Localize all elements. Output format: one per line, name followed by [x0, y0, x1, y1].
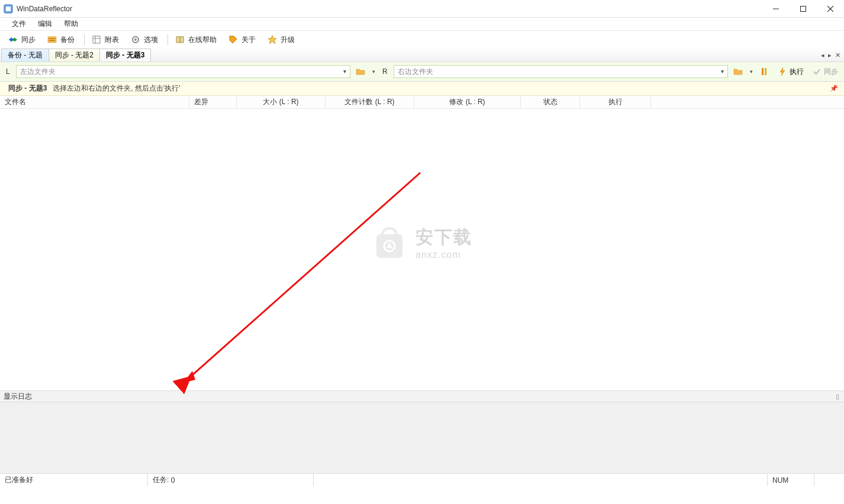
pin-icon[interactable]: 📌: [830, 85, 838, 92]
path-row: L 左边文件夹 ▾ ▾ R 右边文件夹 ▾ ▾ 执行 同步: [0, 62, 844, 82]
col-modified[interactable]: 修改 (L : R): [414, 96, 521, 108]
toolbar-options[interactable]: 选项: [128, 34, 160, 46]
sync-button[interactable]: 同步: [810, 67, 840, 77]
toolbar-attach-label: 附表: [105, 35, 119, 45]
status-tasks-label: 任务:: [153, 475, 169, 485]
hint-text: 选择左边和右边的文件夹, 然后点击'执行': [53, 83, 180, 93]
toolbar-upgrade[interactable]: 升级: [265, 34, 297, 46]
svg-rect-15: [765, 68, 766, 75]
status-tasks: 任务: 0: [148, 474, 314, 486]
separator: [84, 34, 85, 45]
right-label: R: [380, 67, 390, 76]
maximize-button[interactable]: [790, 0, 817, 17]
toolbar-sync-label: 同步: [21, 35, 36, 45]
separator: [167, 34, 168, 45]
svg-point-13: [134, 38, 137, 41]
titlebar: WinDataReflector: [0, 0, 844, 18]
statusbar: 已准备好 任务: 0 NUM: [0, 473, 844, 486]
col-diff[interactable]: 差异: [189, 96, 237, 108]
status-ready: 已准备好: [0, 474, 148, 486]
left-folder-placeholder: 左边文件夹: [20, 66, 56, 77]
log-title: 显示日志: [4, 392, 32, 402]
col-status[interactable]: 状态: [521, 96, 580, 108]
svg-rect-8: [49, 40, 55, 41]
tab-scroll-right-icon[interactable]: ▸: [828, 51, 832, 59]
menubar: 文件 编辑 帮助: [0, 18, 844, 31]
file-list-area: 安下载 anxz.com: [0, 109, 844, 390]
menu-edit[interactable]: 编辑: [32, 18, 58, 30]
annotation-arrow-icon: [172, 167, 426, 403]
toolbar-backup-label: 备份: [60, 35, 75, 45]
left-label: L: [4, 67, 12, 76]
lightning-icon: [778, 67, 787, 76]
svg-rect-3: [801, 6, 806, 11]
status-end: [814, 474, 844, 486]
hint-title: 同步 - 无题3: [8, 83, 47, 93]
tab-scroll-left-icon[interactable]: ◂: [821, 51, 824, 59]
run-button[interactable]: 执行: [775, 67, 806, 77]
chevron-down-icon: ▾: [721, 66, 724, 77]
close-button[interactable]: [817, 0, 844, 17]
sync-label: 同步: [824, 67, 838, 77]
filter-icon: [760, 67, 769, 76]
right-folder-placeholder: 右边文件夹: [398, 66, 433, 77]
toolbar: 同步 备份 附表 选项 在线帮助 关于 升级: [0, 31, 844, 49]
right-folder-dropdown[interactable]: ▾: [748, 69, 754, 75]
col-size[interactable]: 大小 (L : R): [237, 96, 326, 108]
tab-close-icon[interactable]: ✕: [835, 51, 840, 59]
toolbar-attach[interactable]: 附表: [89, 34, 121, 46]
tab-label: 备份 - 无题: [8, 50, 43, 60]
menu-file[interactable]: 文件: [6, 18, 32, 30]
gear-icon: [131, 35, 140, 44]
svg-rect-9: [93, 36, 100, 43]
backup-icon: [47, 35, 57, 44]
left-folder-dropdown[interactable]: ▾: [371, 69, 376, 75]
tag-icon: [228, 35, 238, 44]
run-label: 执行: [790, 67, 804, 77]
svg-rect-14: [762, 68, 764, 75]
tab-sync-untitled2[interactable]: 同步 - 无题2: [49, 49, 100, 62]
toolbar-upgrade-label: 升级: [281, 35, 295, 45]
column-headers: 文件名 差异 大小 (L : R) 文件计数 (L : R) 修改 (L : R…: [0, 96, 844, 109]
svg-rect-7: [49, 38, 55, 39]
hint-bar: 同步 - 无题3 选择左边和右边的文件夹, 然后点击'执行' 📌: [0, 82, 844, 96]
log-panel-body: [0, 402, 844, 473]
toolbar-options-label: 选项: [144, 35, 158, 45]
left-browse-button[interactable]: [354, 65, 367, 78]
tab-label: 同步 - 无题2: [55, 50, 94, 60]
sync-arrows-icon: [8, 35, 18, 44]
app-icon: [4, 4, 13, 14]
toolbar-onlinehelp-label: 在线帮助: [188, 35, 217, 45]
svg-rect-6: [48, 37, 56, 43]
check-icon: [812, 67, 822, 76]
status-numlock: NUM: [767, 474, 814, 486]
tab-sync-untitled3[interactable]: 同步 - 无题3: [99, 49, 151, 62]
right-browse-button[interactable]: [732, 65, 745, 78]
toolbar-about[interactable]: 关于: [226, 34, 258, 46]
filter-button[interactable]: [758, 67, 772, 76]
toolbar-about-label: 关于: [241, 35, 256, 45]
chevron-down-icon: ▾: [343, 66, 346, 77]
toolbar-sync[interactable]: 同步: [6, 34, 38, 46]
tab-label: 同步 - 无题3: [106, 50, 144, 60]
col-filename[interactable]: 文件名: [0, 96, 189, 108]
tabstrip: 备份 - 无题 同步 - 无题2 同步 - 无题3 ◂ ▸ ✕: [0, 49, 844, 62]
book-icon: [175, 35, 185, 44]
pin-icon[interactable]: ▯: [836, 393, 839, 400]
col-count[interactable]: 文件计数 (L : R): [326, 96, 414, 108]
svg-rect-1: [6, 7, 11, 11]
toolbar-onlinehelp[interactable]: 在线帮助: [173, 34, 219, 46]
attach-icon: [92, 35, 101, 44]
window-title: WinDataReflector: [17, 5, 762, 13]
tab-backup-untitled[interactable]: 备份 - 无题: [1, 49, 49, 62]
col-action[interactable]: 执行: [580, 96, 651, 108]
star-icon: [268, 35, 277, 44]
minimize-button[interactable]: [762, 0, 790, 17]
status-tasks-value: 0: [171, 476, 175, 484]
menu-help[interactable]: 帮助: [58, 18, 84, 30]
left-folder-input[interactable]: 左边文件夹 ▾: [16, 65, 350, 78]
right-folder-input[interactable]: 右边文件夹 ▾: [394, 65, 728, 78]
svg-line-19: [183, 173, 420, 383]
toolbar-backup[interactable]: 备份: [45, 34, 77, 46]
